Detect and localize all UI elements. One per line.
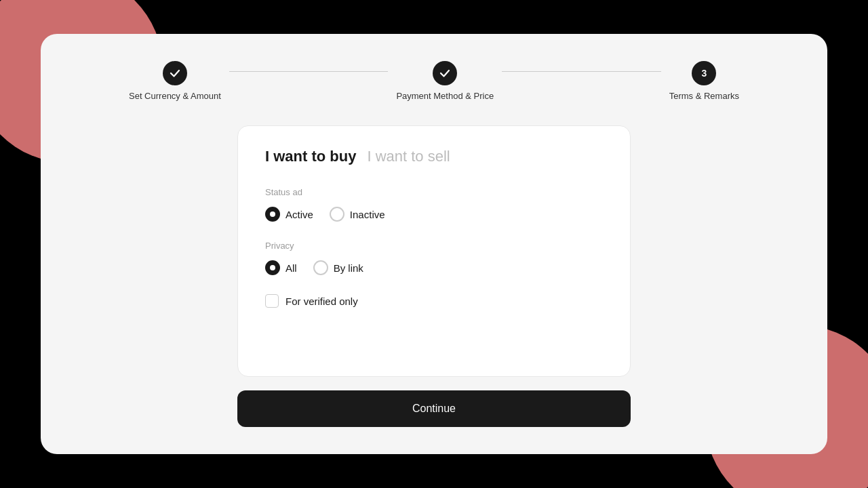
privacy-label: Privacy <box>265 241 603 251</box>
privacy-all-option[interactable]: All <box>265 260 297 275</box>
verified-only-label: For verified only <box>285 296 358 307</box>
step-3: 3 Terms & Remarks <box>669 61 739 101</box>
check-icon-1 <box>169 67 181 79</box>
content-card: I want to buy I want to sell Status ad A… <box>237 125 631 377</box>
step-line-2 <box>502 71 661 72</box>
step-1-circle <box>163 61 187 85</box>
step-2: Payment Method & Price <box>396 61 494 101</box>
status-active-label: Active <box>285 209 313 220</box>
status-inactive-label: Inactive <box>350 209 385 220</box>
privacy-bylink-option[interactable]: By link <box>313 260 363 275</box>
privacy-all-radio[interactable] <box>265 260 280 275</box>
step-3-number: 3 <box>701 68 707 79</box>
tab-buy[interactable]: I want to buy <box>265 148 356 165</box>
step-2-label: Payment Method & Price <box>396 91 494 101</box>
stepper: Set Currency & Amount Payment Method & P… <box>129 61 739 101</box>
verified-only-checkbox[interactable] <box>265 294 279 308</box>
privacy-radio-group: All By link <box>265 260 603 275</box>
status-ad-radio-group: Active Inactive <box>265 207 603 222</box>
step-line-1 <box>229 71 389 72</box>
continue-button[interactable]: Continue <box>237 390 631 427</box>
status-inactive-option[interactable]: Inactive <box>330 207 385 222</box>
status-ad-label: Status ad <box>265 187 603 197</box>
privacy-all-label: All <box>285 262 297 274</box>
main-card: Set Currency & Amount Payment Method & P… <box>41 34 827 454</box>
status-ad-section: Status ad Active Inactive <box>265 187 603 222</box>
step-3-label: Terms & Remarks <box>669 91 739 101</box>
step-2-circle <box>433 61 457 85</box>
step-1: Set Currency & Amount <box>129 61 221 101</box>
verified-only-checkbox-option[interactable]: For verified only <box>265 294 603 308</box>
privacy-bylink-radio[interactable] <box>313 260 328 275</box>
privacy-bylink-label: By link <box>334 262 363 274</box>
tab-sell[interactable]: I want to sell <box>367 148 450 165</box>
status-inactive-radio[interactable] <box>330 207 344 222</box>
status-active-radio[interactable] <box>265 207 280 222</box>
step-1-label: Set Currency & Amount <box>129 91 221 101</box>
privacy-section: Privacy All By link For verified only <box>265 241 603 308</box>
check-icon-2 <box>439 67 451 79</box>
tab-header: I want to buy I want to sell <box>265 148 603 165</box>
step-3-circle: 3 <box>692 61 716 85</box>
status-active-option[interactable]: Active <box>265 207 313 222</box>
